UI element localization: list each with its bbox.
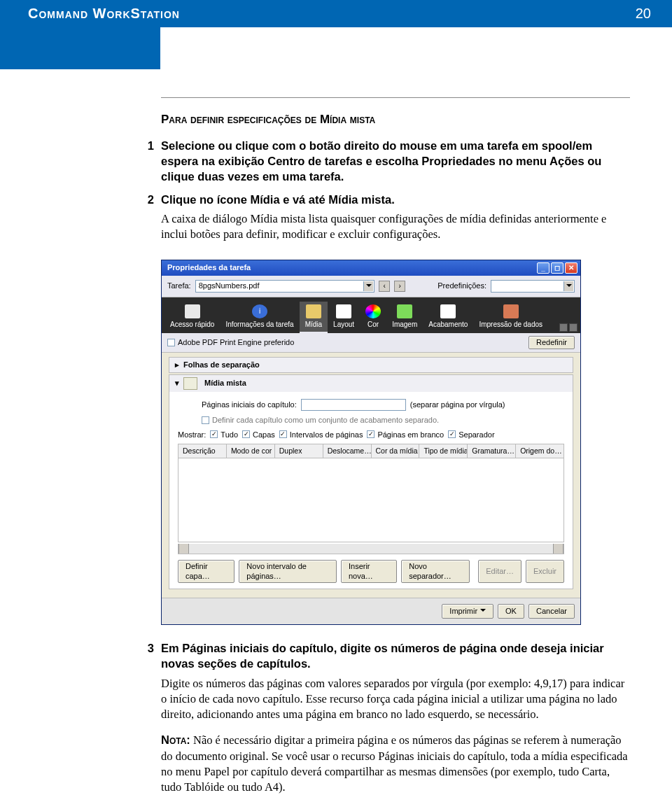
- prev-task-button[interactable]: ‹: [379, 281, 390, 292]
- page-number: 20: [636, 6, 651, 22]
- divider: [161, 97, 630, 98]
- print-button[interactable]: Imprimir: [442, 604, 493, 619]
- preset-label: Predefinições:: [438, 281, 486, 291]
- media-panel: Folhas de separação Mídia mista Páginas …: [162, 353, 580, 598]
- opt-label: Intervalos de páginas: [290, 430, 363, 440]
- show-covers-checkbox[interactable]: ✓Capas: [242, 430, 275, 440]
- edit-button[interactable]: Editar…: [478, 560, 522, 584]
- new-tab-button[interactable]: Novo separador…: [401, 560, 470, 584]
- col-source[interactable]: Origem do…: [516, 444, 564, 457]
- minimize-button[interactable]: _: [537, 262, 550, 274]
- next-task-button[interactable]: ›: [394, 281, 405, 292]
- col-colormode[interactable]: Modo de cor: [227, 444, 275, 457]
- header-stripe: [0, 27, 672, 69]
- mixed-media-header[interactable]: Mídia mista: [169, 375, 573, 392]
- preset-combo[interactable]: [491, 280, 575, 293]
- define-cover-button[interactable]: Definir capa…: [178, 560, 234, 584]
- show-all-checkbox[interactable]: ✓Tudo: [210, 430, 238, 440]
- chapter-start-label: Páginas iniciais do capítulo:: [202, 400, 297, 410]
- close-button[interactable]: ✕: [565, 262, 578, 274]
- col-weight[interactable]: Gramatura…: [468, 444, 516, 457]
- tab-scroll-left[interactable]: [559, 323, 568, 332]
- step-body: A caixa de diálogo Mídia mista lista qua…: [161, 211, 630, 243]
- col-description[interactable]: Descrição: [178, 444, 227, 457]
- maximize-button[interactable]: ◻: [551, 262, 564, 274]
- opt-label: Páginas em branco: [377, 430, 444, 440]
- new-range-button[interactable]: Novo intervalo de páginas…: [239, 560, 337, 584]
- col-offset[interactable]: Deslocame…: [323, 444, 372, 457]
- show-tabs-checkbox[interactable]: ✓Separador: [448, 430, 494, 440]
- chevron-down-icon: [564, 281, 573, 291]
- scroll-right-button[interactable]: [553, 544, 564, 554]
- cancel-button[interactable]: Cancelar: [528, 604, 575, 619]
- horizontal-scrollbar[interactable]: [178, 544, 564, 554]
- layout-icon: [336, 304, 351, 318]
- tab-media[interactable]: Mídia: [300, 302, 328, 334]
- tab-label: Acabamento: [428, 320, 468, 330]
- note-paragraph: Nota: Não é necessário digitar a primeir…: [161, 732, 630, 795]
- ok-button[interactable]: OK: [498, 604, 524, 619]
- checkbox-icon: [167, 339, 175, 346]
- section-title: Para definir especificações de Mídia mis…: [161, 112, 630, 128]
- delete-button[interactable]: Excluir: [526, 560, 564, 584]
- task-combo[interactable]: 8pgsNumbers.pdf: [195, 280, 375, 293]
- col-duplex[interactable]: Duplex: [275, 444, 323, 457]
- tab-finishing[interactable]: Acabamento: [423, 302, 473, 334]
- tab-scroll-right[interactable]: [569, 323, 578, 332]
- tab-label: Impressão de dados: [479, 320, 542, 330]
- task-label: Tarefa:: [167, 281, 191, 291]
- dialog-titlebar[interactable]: Propriedades da tarefa _ ◻ ✕: [162, 260, 580, 276]
- chapter-start-input[interactable]: [301, 399, 406, 411]
- task-value: 8pgsNumbers.pdf: [199, 281, 260, 291]
- media-icon: [306, 304, 321, 318]
- page-content: Para definir especificações de Mídia mis…: [0, 69, 672, 809]
- tab-label: Layout: [333, 320, 354, 330]
- mixed-media-icon: [183, 377, 197, 390]
- tab-job-info[interactable]: i Informações da tarefa: [220, 302, 299, 334]
- step-body: Digite os números das páginas com valore…: [161, 676, 630, 723]
- note-text: Não é necessário digitar a primeira pági…: [161, 733, 628, 794]
- dialog-title: Propriedades da tarefa: [167, 262, 251, 273]
- tab-scroll: [559, 323, 578, 332]
- quick-access-icon: [185, 304, 200, 318]
- checkbox-icon: ✓: [279, 430, 287, 438]
- tab-label: Acesso rápido: [170, 320, 214, 330]
- finish-set-checkbox[interactable]: Definir cada capítulo como um conjunto d…: [202, 415, 439, 425]
- adobe-label: Adobe PDF Print Engine preferido: [178, 337, 294, 348]
- grid-header: Descrição Modo de cor Duplex Deslocame… …: [178, 444, 564, 458]
- adobe-pdf-checkbox[interactable]: Adobe PDF Print Engine preferido: [167, 337, 294, 348]
- tab-label: Imagem: [392, 320, 417, 330]
- page-header: Command WorkStation 20: [0, 0, 672, 27]
- tab-label: Informações da tarefa: [225, 320, 293, 330]
- tab-label: Cor: [368, 320, 379, 330]
- chevron-down-icon: [363, 281, 373, 291]
- step-3: 3 Em Páginas iniciais do capítulo, digit…: [161, 640, 630, 805]
- show-label: Mostrar:: [178, 430, 206, 440]
- mixed-media-body: Páginas iniciais do capítulo: (separar p…: [169, 392, 573, 589]
- scroll-left-button[interactable]: [178, 544, 189, 554]
- insert-new-button[interactable]: Inserir nova…: [341, 560, 397, 584]
- tab-vdp[interactable]: Impressão de dados: [473, 302, 548, 334]
- redefine-button[interactable]: Redefinir: [528, 336, 575, 349]
- note-label: Nota:: [161, 733, 190, 746]
- col-mediacolor[interactable]: Cor da mídia: [372, 444, 420, 457]
- dialog-footer: Imprimir OK Cancelar: [162, 598, 580, 624]
- tab-color[interactable]: Cor: [360, 302, 386, 334]
- step-text: Em Páginas iniciais do capítulo, digite …: [161, 640, 630, 672]
- show-ranges-checkbox[interactable]: ✓Intervalos de páginas: [279, 430, 363, 440]
- col-mediatype[interactable]: Tipo de mídia: [419, 444, 468, 457]
- show-blanks-checkbox[interactable]: ✓Páginas em branco: [367, 430, 444, 440]
- step-text: Selecione ou clique com o botão direito …: [161, 138, 630, 185]
- separation-sheets-expander[interactable]: Folhas de separação: [169, 357, 573, 373]
- mixed-media-buttons: Definir capa… Novo intervalo de páginas……: [178, 554, 564, 584]
- dialog-top-row: Tarefa: 8pgsNumbers.pdf ‹ › Predefiniçõe…: [162, 276, 580, 297]
- opt-label: Separador: [458, 430, 494, 440]
- tab-quick-access[interactable]: Acesso rápido: [164, 302, 220, 334]
- tab-image[interactable]: Imagem: [386, 302, 423, 334]
- tab-layout[interactable]: Layout: [328, 302, 360, 334]
- step-number: 3: [140, 640, 161, 805]
- expander-label: Folhas de separação: [183, 360, 260, 370]
- grid-body[interactable]: [178, 458, 564, 542]
- checkbox-icon: ✓: [242, 430, 250, 438]
- chevron-down-icon: [480, 605, 486, 617]
